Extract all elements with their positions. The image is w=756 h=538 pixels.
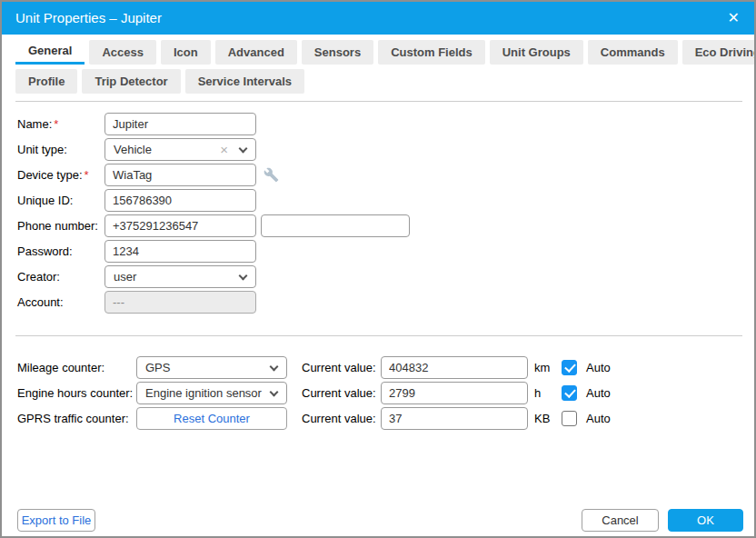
- phone-number-input-2[interactable]: [261, 214, 410, 237]
- tab-bar-row-2: Profile Trip Detector Service Intervals: [15, 69, 304, 94]
- tab-profile[interactable]: Profile: [15, 69, 77, 94]
- cancel-button[interactable]: Cancel: [582, 509, 659, 532]
- account-input: [104, 291, 256, 314]
- current-value-label: Current value:: [302, 382, 376, 404]
- tab-general[interactable]: General: [15, 40, 85, 65]
- mileage-counter-row: Mileage counter: GPS Current value: km A…: [2, 356, 754, 379]
- name-label: Name:*: [17, 113, 58, 135]
- required-asterisk: *: [85, 168, 89, 182]
- clear-icon[interactable]: ×: [220, 139, 228, 160]
- gprs-traffic-counter-row: GPRS traffic counter: Reset Counter Curr…: [2, 407, 754, 430]
- device-type-input[interactable]: [104, 164, 256, 186]
- unique-id-input[interactable]: [104, 189, 256, 212]
- account-field-row: Account:: [2, 291, 754, 314]
- creator-value: user: [114, 266, 136, 287]
- unique-id-label: Unique ID:: [17, 189, 73, 212]
- mileage-auto-checkbox[interactable]: [562, 360, 577, 375]
- tab-access[interactable]: Access: [89, 40, 156, 65]
- auto-label: Auto: [586, 382, 611, 404]
- unit-type-value: Vehicle: [114, 139, 152, 160]
- gprs-unit-label: KB: [534, 407, 550, 430]
- dialog-titlebar: Unit Properties – Jupiter ✕: [2, 2, 754, 35]
- engine-hours-unit-label: h: [534, 382, 541, 404]
- mileage-counter-value: GPS: [145, 357, 170, 378]
- device-type-field-row: Device type:*: [2, 164, 754, 186]
- tab-bar-row-1: General Access Icon Advanced Sensors Cus…: [15, 40, 756, 65]
- auto-label: Auto: [586, 407, 611, 430]
- close-icon[interactable]: ✕: [728, 2, 740, 35]
- divider: [15, 335, 742, 336]
- mileage-counter-label: Mileage counter:: [17, 356, 104, 379]
- current-value-label: Current value:: [302, 407, 376, 430]
- engine-hours-value-input[interactable]: [381, 382, 528, 404]
- engine-hours-counter-select[interactable]: Engine ignition sensor: [136, 382, 287, 404]
- tab-custom-fields[interactable]: Custom Fields: [378, 40, 485, 65]
- chevron-down-icon[interactable]: [270, 363, 279, 372]
- phone-label: Phone number:: [17, 214, 98, 237]
- gprs-auto-checkbox[interactable]: [562, 411, 577, 426]
- unique-id-field-row: Unique ID:: [2, 189, 754, 212]
- tab-commands[interactable]: Commands: [588, 40, 678, 65]
- engine-hours-counter-label: Engine hours counter:: [17, 382, 133, 404]
- unit-type-label: Unit type:: [17, 138, 67, 161]
- tab-unit-groups[interactable]: Unit Groups: [490, 40, 583, 65]
- reset-counter-button[interactable]: Reset Counter: [136, 407, 287, 430]
- creator-select[interactable]: user: [104, 265, 256, 288]
- name-field-row: Name:*: [2, 113, 754, 135]
- tab-sensors[interactable]: Sensors: [302, 40, 373, 65]
- creator-field-row: Creator: user: [2, 265, 754, 288]
- password-label: Password:: [17, 240, 73, 263]
- chevron-down-icon[interactable]: [270, 388, 279, 397]
- chevron-down-icon[interactable]: [239, 144, 248, 154]
- password-input[interactable]: [104, 240, 256, 263]
- ok-button[interactable]: OK: [668, 509, 743, 532]
- auto-label: Auto: [586, 356, 611, 379]
- mileage-value-input[interactable]: [381, 356, 528, 379]
- gprs-value-input[interactable]: [381, 407, 528, 430]
- required-asterisk: *: [54, 117, 58, 131]
- engine-hours-auto-checkbox[interactable]: [562, 385, 577, 401]
- current-value-label: Current value:: [302, 356, 376, 379]
- password-field-row: Password:: [2, 240, 754, 263]
- account-label: Account:: [17, 291, 64, 314]
- gprs-traffic-counter-label: GPRS traffic counter:: [17, 407, 129, 430]
- tab-advanced[interactable]: Advanced: [215, 40, 297, 65]
- export-to-file-button[interactable]: Export to File: [17, 509, 95, 532]
- unit-properties-dialog: Unit Properties – Jupiter ✕ General Acce…: [0, 0, 756, 538]
- chevron-down-icon[interactable]: [239, 272, 248, 281]
- divider: [15, 101, 742, 102]
- tab-eco-driving[interactable]: Eco Driving: [682, 40, 756, 65]
- engine-hours-counter-row: Engine hours counter: Engine ignition se…: [2, 382, 754, 404]
- unit-type-select[interactable]: Vehicle ×: [104, 138, 256, 161]
- mileage-counter-select[interactable]: GPS: [136, 356, 287, 379]
- unit-type-field-row: Unit type: Vehicle ×: [2, 138, 754, 161]
- tab-trip-detector[interactable]: Trip Detector: [82, 69, 180, 94]
- tab-icon[interactable]: Icon: [161, 40, 211, 65]
- mileage-unit-label: km: [534, 356, 550, 379]
- creator-label: Creator:: [17, 265, 60, 288]
- phone-field-row: Phone number:: [2, 214, 754, 237]
- phone-number-input[interactable]: [104, 214, 256, 237]
- dialog-title: Unit Properties – Jupiter: [15, 2, 162, 35]
- tab-service-intervals[interactable]: Service Intervals: [185, 69, 304, 94]
- engine-hours-counter-value: Engine ignition sensor: [145, 383, 262, 404]
- wrench-icon[interactable]: [264, 167, 279, 186]
- device-type-label: Device type:*: [17, 164, 89, 186]
- name-input[interactable]: [104, 113, 256, 135]
